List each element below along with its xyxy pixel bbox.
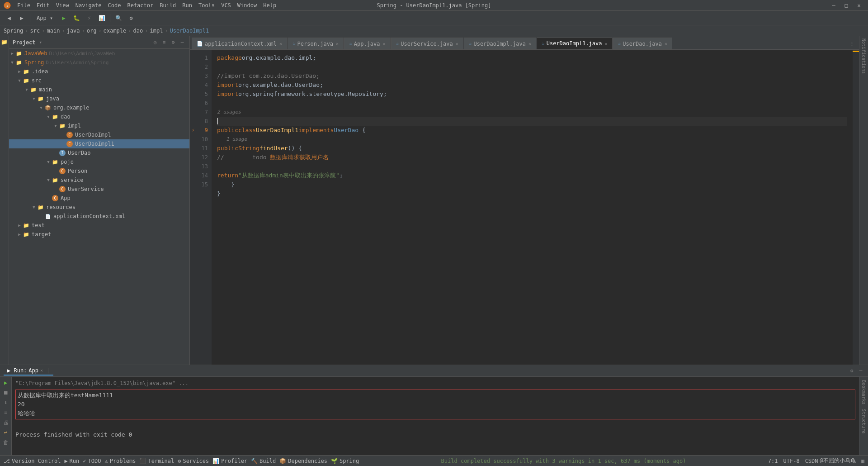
tree-item-userdao[interactable]: ▶ I UserDao [9,148,189,157]
tab-userdaoimpl[interactable]: ☕ UserDaoImpl.java ✕ [464,38,536,49]
run-status-item[interactable]: ▶ Run [64,458,79,464]
tree-item-org-example[interactable]: ▼ 📦 org.example [9,103,189,112]
tab-close-userdaoimpl[interactable]: ✕ [528,41,531,46]
menu-help[interactable]: Help [260,1,279,10]
tab-app[interactable]: ☕ App.java ✕ [344,38,390,49]
version-control-item[interactable]: ⎇ Version Control [4,458,61,464]
run-clear-btn[interactable]: 🗑 [2,438,10,447]
tree-item-service[interactable]: ▼ 📁 service [9,176,189,185]
tree-item-userservice[interactable]: ▶ C UserService [9,185,189,194]
tree-item-userdaoimpl[interactable]: ▶ C UserDaoImpl [9,130,189,139]
tree-item-resources[interactable]: ▼ 📁 resources [9,203,189,212]
run-tab[interactable]: ▶ Run: App ✕ | [4,366,53,376]
code-content[interactable]: package org.example.dao.impl; //import c… [212,50,853,365]
run-close-icon[interactable]: ✕ [40,368,43,373]
tree-item-app[interactable]: ▶ C App [9,194,189,203]
panel-settings-icon[interactable]: ⚙ [170,39,177,46]
forward-btn[interactable]: ▶ [16,13,27,24]
run-btn[interactable]: ▶ [58,13,69,24]
profiler-item[interactable]: 📊 Profiler [212,458,247,464]
maximize-btn[interactable]: □ [841,0,852,11]
panel-locate-icon[interactable]: ◎ [151,39,159,46]
breadcrumb-src[interactable]: src [30,28,40,34]
run-settings-icon[interactable]: ⚙ [848,367,855,375]
breadcrumb-spring[interactable]: Spring [4,28,23,34]
tab-applicationcontext[interactable]: 📄 applicationContext.xml ✕ [192,38,287,49]
todo-item[interactable]: ✓ TODO [83,458,101,464]
menu-vcs[interactable]: VCS [218,1,234,10]
encoding-indicator[interactable]: UTF-8 [783,458,800,464]
panel-minimize-icon[interactable]: ─ [179,39,186,46]
run-scroll-end-btn[interactable]: ⬇ [2,399,10,407]
menu-view[interactable]: View [53,1,72,10]
tree-item-src[interactable]: ▼ 📁 src [9,76,189,85]
close-btn[interactable]: ✕ [854,0,864,11]
tree-item-appcontext[interactable]: ▶ 📄 applicationContext.xml [9,212,189,221]
tab-userdao[interactable]: ☕ UserDao.java ✕ [613,38,672,49]
tab-userdaoimpl1[interactable]: ☕ UserDaoImpl1.java ✕ [537,38,612,49]
view-toggle-btn[interactable]: ▥ [861,458,864,464]
tab-more-btn[interactable]: ⋮ [846,38,857,49]
profile-btn[interactable]: 📊 [96,13,107,24]
tree-item-target[interactable]: ▶ 📁 target [9,230,189,239]
breadcrumb-java[interactable]: java [67,28,80,34]
problems-item[interactable]: ⚠ Problems [104,458,136,464]
panel-dropdown-icon[interactable]: ▾ [39,39,42,45]
menu-tools[interactable]: Tools [196,1,217,10]
search-everywhere-btn[interactable]: 🔍 [113,13,124,24]
tree-item-main[interactable]: ▼ 📁 main [9,85,189,94]
run-wrap-btn[interactable]: ↩ [2,428,10,437]
line-sep-indicator[interactable]: CSDN @不屈的小乌龟 [805,457,856,465]
breadcrumb-org[interactable]: org [87,28,97,34]
tab-userservice[interactable]: ☕ UserService.java ✕ [391,38,463,49]
menu-build[interactable]: Build [157,1,179,10]
breadcrumb-dao[interactable]: dao [133,28,143,34]
breadcrumb-main[interactable]: main [47,28,60,34]
menu-refactor[interactable]: Refactor [124,1,156,10]
tree-item-java[interactable]: ▼ 📁 java [9,94,189,103]
debug-btn[interactable]: 🐛 [71,13,82,24]
position-indicator[interactable]: 7:1 [768,458,778,464]
breadcrumb-impl[interactable]: impl [150,28,163,34]
menu-code[interactable]: Code [105,1,124,10]
tree-item-userdaoimpl1[interactable]: ▶ C UserDaoImpl1 [9,139,189,148]
back-btn[interactable]: ◀ [4,13,14,24]
breadcrumb-example[interactable]: example [104,28,127,34]
menu-navigate[interactable]: Navigate [73,1,104,10]
coverage-btn[interactable]: ⚡ [84,13,94,24]
run-stop-btn[interactable]: ⏹ [2,389,10,397]
dependencies-item[interactable]: 📦 Dependencies [279,458,327,464]
run-filter-btn[interactable]: ≡ [2,409,10,417]
run-output[interactable]: "C:\Program Files\Java\jdk1.8.0_152\bin\… [12,377,859,455]
build-item[interactable]: 🔨 Build [251,458,276,464]
tree-item-pojo[interactable]: ▼ 📁 pojo [9,157,189,166]
menu-file[interactable]: File [14,1,33,10]
code-editor[interactable]: 12345678⚡9101112131415 package org.examp… [190,50,853,365]
minimize-btn[interactable]: ─ [828,0,839,11]
tab-close-userdaoimpl1[interactable]: ✕ [605,41,608,46]
project-icon[interactable]: 📁 [0,38,9,46]
tab-close-app[interactable]: ✕ [383,41,386,46]
bookmarks-btn[interactable]: Bookmarks [861,379,866,406]
run-play-btn[interactable]: ▶ [2,379,10,387]
tab-close-userdao[interactable]: ✕ [665,41,667,46]
tree-item-dao[interactable]: ▼ 📁 dao [9,112,189,121]
tab-close-appcontext[interactable]: ✕ [279,41,282,46]
tree-item-javaweb[interactable]: ▶ 📁 JavaWeb D:\Users\Admin\JavaWeb [9,49,189,58]
services-item[interactable]: ⚙ Services [178,458,209,464]
tab-person[interactable]: ☕ Person.java ✕ [288,38,344,49]
tab-close-person[interactable]: ✕ [336,41,339,46]
run-minimize-icon[interactable]: ─ [857,367,864,375]
terminal-item[interactable]: ⬛ Terminal [139,458,174,464]
tab-close-userservice[interactable]: ✕ [456,41,458,46]
menu-edit[interactable]: Edit [34,1,52,10]
menu-window[interactable]: Window [235,1,259,10]
notifications-icon[interactable]: Notifications [860,38,868,74]
tree-item-person[interactable]: ▶ C Person [9,166,189,176]
tree-item-test[interactable]: ▶ 📁 test [9,221,189,230]
tree-item-idea[interactable]: ▶ 📁 .idea [9,67,189,76]
run-print-btn[interactable]: 🖨 [2,418,10,427]
tree-item-spring[interactable]: ▼ 📁 Spring D:\Users\Admin\Spring [9,58,189,67]
panel-collapse-icon[interactable]: ≡ [160,39,168,46]
settings-btn[interactable]: ⚙ [126,13,137,24]
